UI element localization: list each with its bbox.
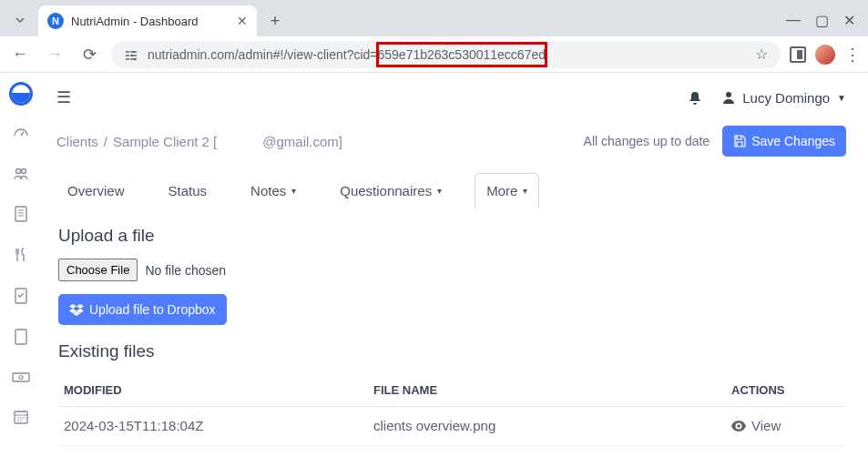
- svg-point-12: [737, 424, 740, 428]
- svg-point-11: [726, 92, 731, 97]
- choose-file-button[interactable]: Choose File: [58, 259, 138, 281]
- close-tab-icon[interactable]: ✕: [237, 14, 248, 28]
- browser-menu-icon[interactable]: ⋮: [844, 45, 861, 65]
- tab-status[interactable]: Status: [158, 173, 219, 208]
- chevron-down-icon: ▼: [837, 93, 846, 103]
- eye-icon: [731, 421, 746, 431]
- app-logo[interactable]: [9, 82, 33, 106]
- sidebar-documents-icon[interactable]: [0, 200, 42, 228]
- reload-button[interactable]: ⟳: [77, 45, 102, 65]
- tab-search-dropdown[interactable]: [4, 4, 36, 36]
- profile-avatar[interactable]: [815, 45, 835, 65]
- svg-rect-5: [15, 207, 26, 221]
- breadcrumb: Clients / Sample Client 2 [ @gmail.com]: [56, 134, 342, 149]
- col-header-actions: ACTIONS: [731, 383, 841, 397]
- back-button[interactable]: ←: [7, 45, 33, 64]
- browser-toolbar: ← → ⟳ nutriadmin.com/admin#!/view-client…: [0, 36, 868, 73]
- cell-modified: 2024-03-15T11:18:04Z: [64, 418, 373, 434]
- svg-point-3: [16, 168, 21, 173]
- client-tabs: Overview Status Notes▾ Questionnaires▾ M…: [56, 173, 846, 209]
- sidebar-clients-icon[interactable]: [0, 159, 42, 188]
- chevron-down-icon: ▾: [437, 186, 442, 196]
- favicon: N: [47, 13, 64, 29]
- files-table: MODIFIED FILE NAME ACTIONS 2024-03-15T11…: [58, 374, 846, 446]
- tab-title: NutriAdmin - Dashboard: [71, 15, 230, 28]
- app-sidebar: [0, 73, 42, 467]
- sidebar-meals-icon[interactable]: [0, 240, 42, 269]
- save-icon: [733, 135, 746, 147]
- sidebar-dashboard-icon[interactable]: [0, 118, 42, 147]
- tab-overview[interactable]: Overview: [56, 173, 136, 208]
- col-header-modified: MODIFIED: [64, 383, 373, 397]
- svg-rect-7: [15, 330, 26, 344]
- notifications-bell-icon[interactable]: [688, 89, 702, 106]
- sidebar-notes-icon[interactable]: [0, 322, 42, 350]
- bookmark-star-icon[interactable]: ☆: [755, 46, 768, 63]
- forward-button[interactable]: →: [42, 45, 67, 64]
- cell-filename: clients overview.png: [373, 418, 731, 434]
- extensions-icon[interactable]: [790, 46, 806, 63]
- upload-heading: Upload a file: [58, 226, 846, 246]
- tab-notes[interactable]: Notes▾: [240, 173, 307, 208]
- save-changes-button[interactable]: Save Changes: [722, 126, 846, 157]
- chevron-down-icon: ▾: [291, 186, 296, 196]
- sidebar-billing-icon[interactable]: [0, 363, 42, 391]
- svg-rect-8: [13, 373, 29, 381]
- browser-tab[interactable]: N NutriAdmin - Dashboard ✕: [38, 5, 257, 36]
- chevron-down-icon: ▾: [523, 186, 527, 196]
- app-topbar: ☰ Lucy Domingo ▼: [56, 80, 846, 115]
- sidebar-reports-icon[interactable]: [0, 281, 42, 310]
- svg-point-9: [19, 376, 23, 380]
- url-text: nutriadmin.com/admin#!/view-client?cid=6…: [148, 47, 546, 62]
- browser-tab-strip: N NutriAdmin - Dashboard ✕ + — ▢ ✕: [0, 0, 868, 36]
- upload-to-dropbox-button[interactable]: Upload file to Dropbox: [58, 294, 227, 325]
- breadcrumb-current: Sample Client 2 [ @gmail.com]: [113, 134, 342, 149]
- minimize-icon[interactable]: —: [786, 12, 801, 29]
- breadcrumb-root[interactable]: Clients: [56, 134, 98, 149]
- tab-more[interactable]: More▾: [475, 173, 539, 208]
- dropbox-icon: [69, 303, 84, 316]
- address-bar[interactable]: nutriadmin.com/admin#!/view-client?cid=6…: [111, 41, 781, 68]
- table-row: 2024-03-15T11:18:04Z clients overview.pn…: [58, 407, 846, 446]
- window-controls: — ▢ ✕: [786, 12, 868, 36]
- site-settings-icon[interactable]: [124, 46, 138, 61]
- hamburger-menu-icon[interactable]: ☰: [56, 87, 71, 107]
- file-chosen-label: No file chosen: [145, 263, 226, 278]
- sidebar-calendar-icon[interactable]: [0, 403, 42, 431]
- tab-questionnaires[interactable]: Questionnaires▾: [329, 173, 453, 208]
- existing-files-heading: Existing files: [58, 341, 846, 361]
- user-name: Lucy Domingo: [742, 90, 830, 106]
- user-icon: [722, 91, 735, 104]
- new-tab-button[interactable]: +: [262, 8, 288, 34]
- maximize-icon[interactable]: ▢: [815, 12, 829, 29]
- view-file-link[interactable]: View: [731, 418, 781, 433]
- user-menu[interactable]: Lucy Domingo ▼: [722, 90, 846, 106]
- col-header-filename: FILE NAME: [373, 383, 731, 397]
- close-window-icon[interactable]: ✕: [843, 12, 855, 29]
- svg-point-4: [22, 168, 26, 173]
- save-status: All changes up to date: [584, 134, 710, 148]
